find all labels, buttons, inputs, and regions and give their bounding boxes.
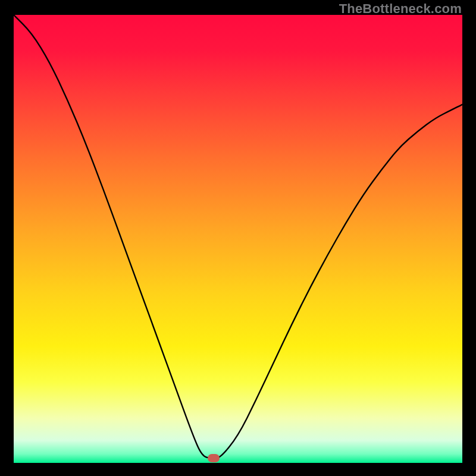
chart-frame: TheBottleneck.com: [0, 0, 476, 476]
data-marker: [208, 454, 220, 462]
curve-line: [14, 15, 462, 463]
